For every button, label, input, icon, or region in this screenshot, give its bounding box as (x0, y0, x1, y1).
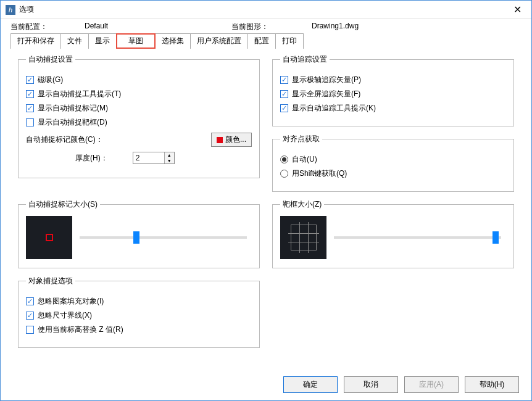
snap-marker-checkbox[interactable] (26, 104, 34, 112)
aperture-icon (291, 225, 317, 250)
tab-content: 自动捕捉设置 磁吸(G) 显示自动捕捉工具提示(T) 显示自动捕捉标记(M) 显… (1, 49, 531, 371)
ignore-hatch-checkbox[interactable] (26, 297, 34, 305)
marker-icon (46, 234, 53, 241)
thickness-label: 厚度(H)： (75, 153, 108, 163)
snap-aperture-label: 显示自动捕捉靶框(D) (38, 117, 107, 128)
track-tooltip-checkbox[interactable] (280, 104, 288, 112)
autosnap-group: 自动捕捉设置 磁吸(G) 显示自动捕捉工具提示(T) 显示自动捕捉标记(M) 显… (18, 54, 260, 178)
auto-radio[interactable] (280, 155, 288, 163)
marker-color-button[interactable]: 颜色... (211, 133, 252, 147)
color-swatch-icon (217, 137, 223, 143)
tab-selection[interactable]: 选择集 (155, 33, 191, 49)
ignore-dim-label: 忽略尺寸界线(X) (38, 310, 92, 321)
config-value: Default (85, 22, 108, 32)
use-elev-checkbox[interactable] (26, 326, 34, 334)
info-row: 当前配置： Default 当前图形： Drawing1.dwg (1, 19, 531, 33)
auto-radio-label: 自动(U) (292, 154, 317, 165)
aperture-preview (280, 216, 326, 259)
cancel-button[interactable]: 取消 (344, 376, 398, 393)
fullscreen-label: 显示全屏追踪矢量(F) (292, 89, 360, 99)
marker-size-group: 自动捕捉标记大小(S) (18, 199, 260, 268)
tab-bar: 打开和保存 文件 显示 草图 选择集 用户系统配置 配置 打印 (1, 33, 531, 49)
magnet-label: 磁吸(G) (38, 75, 63, 85)
track-tooltip-label: 显示自动追踪工具提示(K) (292, 103, 376, 114)
snap-aperture-checkbox[interactable] (26, 118, 34, 126)
autotrack-legend: 自动追踪设置 (280, 54, 330, 65)
autotrack-group: 自动追踪设置 显示极轴追踪矢量(P) 显示全屏追踪矢量(F) 显示自动追踪工具提… (272, 54, 514, 126)
aperture-size-legend: 靶框大小(Z) (280, 199, 324, 210)
osnap-legend: 对象捕捉选项 (26, 276, 75, 286)
window-title: 选项 (19, 4, 34, 15)
autosnap-legend: 自动捕捉设置 (26, 54, 75, 65)
close-button[interactable]: ✕ (504, 1, 531, 19)
tab-open-save[interactable]: 打开和保存 (10, 33, 61, 49)
snap-tooltip-label: 显示自动捕捉工具提示(T) (38, 89, 121, 99)
tab-print[interactable]: 打印 (275, 33, 304, 49)
config-label: 当前配置： (10, 22, 48, 32)
spin-up-icon[interactable]: ▲ (165, 152, 174, 158)
snap-marker-label: 显示自动捕捉标记(M) (38, 103, 108, 114)
apply-button[interactable]: 应用(A) (404, 376, 459, 393)
marker-size-legend: 自动捕捉标记大小(S) (26, 199, 100, 210)
tab-file[interactable]: 文件 (60, 33, 89, 49)
titlebar: h 选项 ✕ (1, 1, 531, 19)
alignment-legend: 对齐点获取 (280, 134, 322, 144)
drawing-label: 当前图形： (231, 22, 268, 32)
aperture-size-slider[interactable] (334, 236, 501, 239)
tab-user-pref[interactable]: 用户系统配置 (190, 33, 248, 49)
marker-size-slider[interactable] (80, 236, 247, 239)
marker-preview (26, 216, 72, 259)
polar-checkbox[interactable] (280, 76, 288, 84)
magnet-checkbox[interactable] (26, 76, 34, 84)
drawing-value: Drawing1.dwg (312, 22, 359, 32)
snap-tooltip-checkbox[interactable] (26, 90, 34, 98)
options-dialog: h 选项 ✕ 当前配置： Default 当前图形： Drawing1.dwg … (0, 0, 532, 401)
dialog-footer: 确定 取消 应用(A) 帮助(H) (1, 371, 531, 400)
tab-display[interactable]: 显示 (88, 33, 117, 49)
thickness-input[interactable] (133, 152, 164, 163)
spin-down-icon[interactable]: ▼ (165, 158, 174, 163)
fullscreen-checkbox[interactable] (280, 90, 288, 98)
shift-radio-label: 用Shift键获取(Q) (292, 168, 347, 179)
app-icon: h (6, 5, 15, 15)
ignore-dim-checkbox[interactable] (26, 312, 34, 320)
use-elev-label: 使用当前标高替换 Z 值(R) (38, 325, 123, 335)
thickness-stepper[interactable]: ▲▼ (133, 152, 175, 164)
osnap-options-group: 对象捕捉选项 忽略图案填充对象(I) 忽略尺寸界线(X) 使用当前标高替换 Z … (18, 276, 260, 348)
ignore-hatch-label: 忽略图案填充对象(I) (38, 296, 104, 307)
tab-sketch[interactable]: 草图 (116, 33, 156, 49)
shift-radio[interactable] (280, 170, 288, 178)
ok-button[interactable]: 确定 (283, 376, 338, 393)
help-button[interactable]: 帮助(H) (465, 376, 519, 393)
marker-color-label: 自动捕捉标记颜色(C)： (26, 134, 103, 145)
color-btn-label: 颜色... (225, 134, 246, 145)
alignment-group: 对齐点获取 自动(U) 用Shift键获取(Q) (272, 134, 514, 192)
aperture-size-group: 靶框大小(Z) (272, 199, 514, 268)
tab-config[interactable]: 配置 (247, 33, 276, 49)
polar-label: 显示极轴追踪矢量(P) (292, 75, 361, 85)
